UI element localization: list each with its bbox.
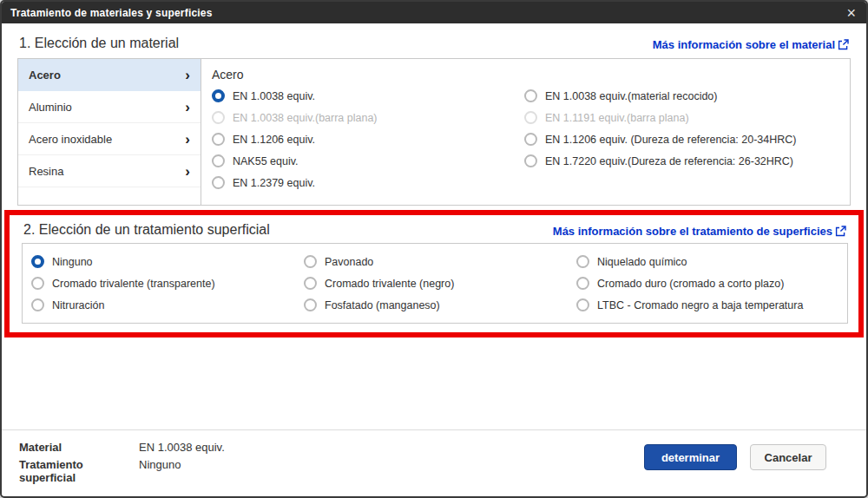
radio-selected-icon[interactable] [212,89,225,102]
material-option-label: EN 1.0038 equiv.(barra plana) [233,112,378,124]
radio-icon[interactable] [524,133,537,146]
treatment-section-heading: 2. Elección de un tratamiento superficia… [23,222,270,238]
radio-icon[interactable] [212,133,225,146]
selection-summary: Material EN 1.0038 equiv. Tratamiento su… [19,441,225,484]
treatment-option-label: Niquelado químico [597,256,687,268]
treatment-info-link[interactable]: Más información sobre el tratamiento de … [553,225,846,238]
material-option-en-1-0038-equiv[interactable]: EN 1.0038 equiv. [212,85,524,107]
treatment-options-grid: NingunoCromado trivalente (transparente)… [31,251,838,316]
material-options-grid: EN 1.0038 equiv.EN 1.0038 equiv.(barra p… [212,85,843,193]
summary-treatment-value: Ninguno [139,458,225,484]
radio-icon[interactable] [576,277,589,290]
sidebar-item-aluminio[interactable]: Aluminio› [18,91,201,123]
material-section: 1. Elección de un material Más informaci… [2,23,866,206]
treatment-option-label: Cromado trivalente (transparente) [52,278,215,290]
treatment-section-annotated-red: 2. Elección de un tratamiento superficia… [4,210,864,337]
material-option-label: EN 1.1206 equiv. (Dureza de referencia: … [545,134,797,146]
radio-icon[interactable] [576,255,589,268]
treatment-options-box: NingunoCromado trivalente (transparente)… [22,243,848,324]
summary-treatment-label: Tratamiento superficial [19,458,122,484]
radio-icon [524,111,537,124]
material-option-label: EN 1.1206 equiv. [233,134,315,146]
radio-icon[interactable] [524,154,537,167]
sidebar-item-acero[interactable]: Acero› [18,59,201,91]
dialog-footer: Material EN 1.0038 equiv. Tratamiento su… [2,429,866,496]
sidebar-item-resina[interactable]: Resina› [18,155,201,187]
radio-icon [212,111,225,124]
external-link-icon [835,226,846,237]
chevron-right-icon: › [185,164,190,179]
treatment-info-link-label: Más información sobre el tratamiento de … [553,225,832,238]
material-section-heading: 1. Elección de un material [19,36,179,51]
treatment-option-label: Cromado duro (cromado a corto plazo) [597,278,784,290]
cancel-button[interactable]: Cancelar [750,444,826,470]
radio-icon[interactable] [212,176,225,189]
material-option-en-1-0038-equiv-barra-plana: EN 1.0038 equiv.(barra plana) [212,107,524,128]
external-link-icon [838,39,849,50]
sidebar-item-label: Acero [29,69,61,82]
treatment-option-label: Fosfatado (manganeso) [325,299,440,311]
treatment-option-ninguno[interactable]: Ninguno [31,251,304,272]
close-icon[interactable]: × [843,5,859,21]
treatment-option-fosfatado-manganeso[interactable]: Fosfatado (manganeso) [304,294,576,316]
radio-icon[interactable] [576,298,589,311]
treatment-option-cromado-duro-cromado-a-corto-plazo[interactable]: Cromado duro (cromado a corto plazo) [576,272,803,294]
material-options-panel: Acero EN 1.0038 equiv.EN 1.0038 equiv.(b… [201,59,850,205]
radio-icon[interactable] [212,154,225,167]
material-option-en-1-0038-equiv-material-recocido[interactable]: EN 1.0038 equiv.(material recocido) [524,85,797,107]
material-category-sidebar: Acero›Aluminio›Acero inoxidable›Resina› [18,59,201,205]
material-option-label: EN 1.2379 equiv. [233,177,315,189]
dialog-titlebar: Tratamiento de materiales y superficies … [2,2,866,23]
material-info-link[interactable]: Más información sobre el material [653,38,849,51]
radio-icon[interactable] [304,298,317,311]
radio-icon[interactable] [524,89,537,102]
material-option-en-1-1191-equiv-barra-plana: EN 1.1191 equiv.(barra plana) [524,107,797,128]
material-option-label: NAK55 equiv. [233,155,299,167]
treatment-option-nitruracion[interactable]: Nitruración [31,294,304,316]
radio-icon[interactable] [31,277,44,290]
radio-icon[interactable] [304,255,317,268]
determine-button[interactable]: determinar [644,444,737,470]
material-option-en-1-1206-equiv[interactable]: EN 1.1206 equiv. [212,128,524,150]
treatment-option-niquelado-quimico[interactable]: Niquelado químico [576,251,803,272]
material-selector-box: Acero›Aluminio›Acero inoxidable›Resina› … [17,58,851,206]
sidebar-item-label: Resina [29,165,63,178]
treatment-option-ltbc-cromado-negro-a-baja-temperatura[interactable]: LTBC - Cromado negro a baja temperatura [576,294,803,316]
treatment-option-label: LTBC - Cromado negro a baja temperatura [597,299,803,311]
radio-selected-icon[interactable] [31,255,44,268]
treatment-option-label: Pavonado [325,256,373,268]
chevron-right-icon: › [185,132,190,147]
material-option-label: EN 1.7220 equiv.(Dureza de referencia: 2… [545,155,793,167]
treatment-option-label: Ninguno [52,256,93,268]
radio-icon[interactable] [31,298,44,311]
treatment-option-pavonado[interactable]: Pavonado [304,251,576,272]
radio-icon[interactable] [304,277,317,290]
footer-buttons: determinar Cancelar [644,444,826,470]
sidebar-item-acero-inoxidable[interactable]: Acero inoxidable› [18,123,201,155]
treatment-options-column: NingunoCromado trivalente (transparente)… [31,251,304,316]
material-options-column: EN 1.0038 equiv.(material recocido)EN 1.… [524,85,797,193]
material-option-en-1-2379-equiv[interactable]: EN 1.2379 equiv. [212,172,524,193]
summary-material-label: Material [19,441,122,454]
material-option-en-1-7220-equiv-dureza-de-referencia-26-[interactable]: EN 1.7220 equiv.(Dureza de referencia: 2… [524,150,797,172]
sidebar-item-label: Acero inoxidable [29,133,112,146]
summary-material-value: EN 1.0038 equiv. [139,441,225,454]
treatment-option-label: Nitruración [52,299,104,311]
treatment-option-cromado-trivalente-transparente[interactable]: Cromado trivalente (transparente) [31,272,304,294]
empty-area [2,337,866,429]
treatment-options-column: Niquelado químicoCromado duro (cromado a… [576,251,803,316]
material-panel-title: Acero [212,68,843,82]
chevron-right-icon: › [185,100,190,115]
material-option-label: EN 1.0038 equiv. [233,90,315,102]
material-option-label: EN 1.1191 equiv.(barra plana) [545,112,689,124]
treatment-option-label: Cromado trivalente (negro) [325,278,454,290]
material-option-en-1-1206-equiv-dureza-de-referencia-20-[interactable]: EN 1.1206 equiv. (Dureza de referencia: … [524,128,797,150]
material-option-label: EN 1.0038 equiv.(material recocido) [545,90,717,102]
treatment-option-cromado-trivalente-negro[interactable]: Cromado trivalente (negro) [304,272,576,294]
material-option-nak55-equiv[interactable]: NAK55 equiv. [212,150,524,172]
treatment-options-column: PavonadoCromado trivalente (negro)Fosfat… [304,251,576,316]
material-options-column: EN 1.0038 equiv.EN 1.0038 equiv.(barra p… [212,85,524,193]
material-info-link-label: Más información sobre el material [653,38,835,51]
dialog-title: Tratamiento de materiales y superficies [10,7,843,19]
sidebar-item-label: Aluminio [29,101,72,114]
